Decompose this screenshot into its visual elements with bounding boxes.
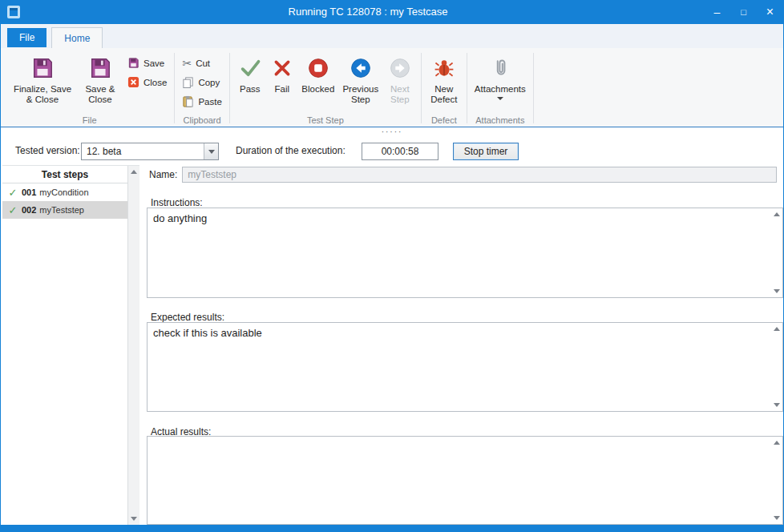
- ribbon-group-file: Finalize, Save & Close Save & Close: [6, 50, 173, 127]
- test-step-row-selected[interactable]: ✓ 002 myTeststep: [2, 201, 127, 219]
- cut-label: Cut: [196, 58, 210, 68]
- save-label: Save: [143, 58, 164, 68]
- previous-step-button[interactable]: Previous Step: [339, 51, 382, 114]
- group-separator: [229, 53, 230, 123]
- save-floppy-icon: [30, 54, 55, 82]
- title-bar: Running TC 128078 : my Testcase – □ ×: [1, 0, 783, 24]
- copy-button[interactable]: Copy: [178, 73, 225, 92]
- close-label: Close: [143, 78, 167, 87]
- tab-home[interactable]: Home: [51, 27, 103, 48]
- new-defect-label: New Defect: [427, 84, 461, 105]
- next-step-button[interactable]: Next Step: [382, 51, 418, 114]
- finalize-save-close-button[interactable]: Finalize, Save & Close: [8, 51, 77, 114]
- tested-version-value: 12. beta: [82, 146, 204, 157]
- name-row: Name:: [149, 167, 777, 183]
- scrollbar-up-icon[interactable]: [772, 438, 781, 447]
- fail-label: Fail: [275, 84, 290, 95]
- fail-button[interactable]: Fail: [267, 51, 297, 114]
- step-name: myCondition: [39, 187, 88, 197]
- actual-results-textarea[interactable]: [148, 437, 782, 524]
- expected-results-label: Expected results:: [151, 312, 224, 323]
- save-floppy-small-icon: [127, 57, 139, 71]
- group-separator: [421, 53, 422, 123]
- ribbon-group-defect: New Defect Defect: [422, 50, 466, 127]
- group-label-test-step: Test Step: [231, 115, 420, 125]
- instructions-box: do anything: [147, 208, 783, 298]
- next-arrow-icon: [389, 54, 411, 82]
- scissors-icon: ✂: [182, 57, 192, 70]
- ribbon: Finalize, Save & Close Save & Close: [1, 48, 783, 127]
- paste-label: Paste: [198, 97, 221, 107]
- attachments-button[interactable]: Attachments: [471, 51, 530, 114]
- step-number: 001: [22, 187, 36, 197]
- fail-x-icon: [272, 54, 293, 82]
- close-button[interactable]: ×: [757, 0, 783, 24]
- chevron-down-icon: [497, 97, 503, 100]
- chevron-down-icon[interactable]: [204, 143, 218, 159]
- maximize-button[interactable]: □: [730, 0, 757, 24]
- paste-icon: [182, 95, 194, 109]
- test-steps-header: Test steps: [2, 166, 127, 183]
- group-separator: [174, 53, 175, 123]
- minimize-button[interactable]: –: [704, 0, 730, 24]
- save-floppy-icon: [88, 54, 112, 82]
- app-window: Running TC 128078 : my Testcase – □ × Fi…: [0, 0, 784, 532]
- previous-step-label: Previous Step: [341, 84, 380, 105]
- test-steps-scrollbar[interactable]: [127, 166, 139, 525]
- scrollbar-up-icon[interactable]: [772, 210, 781, 219]
- stop-timer-button[interactable]: Stop timer: [453, 143, 519, 160]
- close-x-icon: [127, 76, 139, 90]
- duration-field[interactable]: [362, 143, 438, 160]
- copy-label: Copy: [198, 78, 220, 87]
- tab-file[interactable]: File: [7, 28, 46, 47]
- ribbon-group-attachments: Attachments Attachments: [468, 50, 532, 127]
- pass-label: Pass: [240, 84, 261, 95]
- ribbon-group-test-step: Pass Fail Blocked: [231, 50, 420, 127]
- attachments-label: Attachments: [475, 84, 526, 95]
- test-steps-panel: Test steps ✓ 001 myCondition ✓ 002 myTes…: [2, 165, 139, 525]
- cut-button[interactable]: ✂ Cut: [178, 54, 225, 73]
- name-field[interactable]: [182, 167, 777, 183]
- tested-version-select[interactable]: 12. beta: [81, 143, 219, 160]
- test-step-row[interactable]: ✓ 001 myCondition: [2, 183, 127, 201]
- group-label-defect: Defect: [422, 115, 466, 125]
- copy-icon: [182, 76, 194, 90]
- ribbon-tab-row: File Home: [1, 24, 783, 48]
- scrollbar-up-icon[interactable]: [772, 324, 781, 333]
- check-icon: ✓: [7, 204, 18, 216]
- name-label: Name:: [149, 169, 177, 180]
- new-defect-button[interactable]: New Defect: [425, 51, 463, 114]
- check-icon: ✓: [7, 187, 18, 199]
- scrollbar-down-icon[interactable]: [772, 514, 781, 522]
- expected-results-textarea[interactable]: check if this is available: [148, 323, 782, 411]
- instructions-textarea[interactable]: do anything: [148, 208, 782, 297]
- ribbon-splitter-handle[interactable]: ·····: [1, 128, 783, 138]
- blocked-label: Blocked: [301, 84, 334, 95]
- execution-toolbar: Tested version: 12. beta Duration of the…: [1, 141, 783, 163]
- paste-button[interactable]: Paste: [178, 92, 225, 111]
- previous-arrow-icon: [350, 54, 372, 82]
- step-number: 002: [22, 205, 36, 215]
- actual-results-box: [147, 436, 783, 525]
- window-title: Running TC 128078 : my Testcase: [49, 0, 687, 24]
- group-label-clipboard: Clipboard: [176, 115, 228, 125]
- scrollbar-up-icon[interactable]: [128, 166, 140, 178]
- save-and-close-button[interactable]: Save & Close: [77, 51, 123, 114]
- close-button-ribbon[interactable]: Close: [123, 73, 171, 92]
- pass-button[interactable]: Pass: [233, 51, 267, 114]
- group-label-file: File: [6, 115, 173, 125]
- save-button[interactable]: Save: [123, 54, 171, 73]
- scrollbar-down-icon[interactable]: [128, 513, 140, 525]
- scrollbar-down-icon[interactable]: [772, 287, 781, 296]
- app-icon[interactable]: [6, 5, 21, 19]
- instructions-label: Instructions:: [151, 197, 203, 208]
- scrollbar-down-icon[interactable]: [772, 401, 781, 409]
- expected-results-box: check if this is available: [147, 322, 783, 412]
- window-controls: – □ ×: [704, 0, 783, 24]
- save-and-close-label: Save & Close: [79, 84, 121, 105]
- tested-version-label: Tested version:: [15, 145, 80, 156]
- blocked-button[interactable]: Blocked: [297, 51, 339, 114]
- window-border-bottom: [1, 525, 783, 532]
- next-step-label: Next Step: [385, 84, 415, 105]
- finalize-save-close-label: Finalize, Save & Close: [10, 84, 75, 105]
